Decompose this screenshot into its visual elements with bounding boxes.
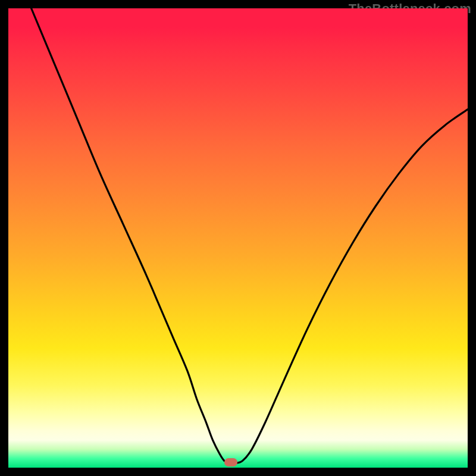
chart-plot-area bbox=[8, 8, 468, 468]
bottleneck-curve bbox=[8, 8, 468, 468]
optimum-marker bbox=[224, 458, 237, 466]
